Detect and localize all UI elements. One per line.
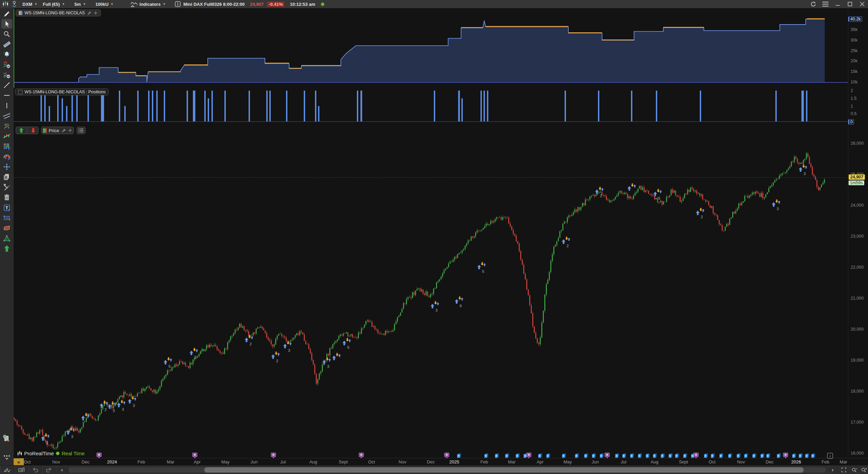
results-pin-icon[interactable]: R bbox=[192, 453, 198, 459]
economic-report-doc-icon[interactable] bbox=[516, 453, 520, 458]
economic-report-doc-icon[interactable] bbox=[484, 453, 489, 458]
economic-report-doc-icon[interactable] bbox=[752, 453, 757, 458]
cursor-icon[interactable] bbox=[1, 19, 12, 29]
scroll-right-button[interactable]: › bbox=[827, 465, 838, 474]
price-panel[interactable]: 3323335322335365225233 Price ProRealTim bbox=[14, 125, 868, 458]
economic-report-doc-icon[interactable] bbox=[719, 453, 724, 458]
line-diagonal-icon[interactable] bbox=[1, 80, 12, 90]
results-pin-icon[interactable]: R bbox=[783, 453, 788, 459]
economic-report-doc-icon[interactable] bbox=[799, 453, 803, 458]
results-pin-icon[interactable]: R bbox=[271, 453, 276, 459]
fullscreen-button[interactable] bbox=[838, 465, 849, 474]
line-vertical-icon[interactable] bbox=[1, 101, 12, 110]
economic-report-doc-icon[interactable] bbox=[546, 453, 551, 458]
ai-auto-icon[interactable]: AI bbox=[1, 70, 12, 80]
economic-report-doc-icon[interactable] bbox=[600, 453, 604, 458]
buy-arrow-button[interactable] bbox=[17, 127, 25, 133]
economic-report-doc-icon[interactable] bbox=[505, 453, 509, 458]
economic-report-doc-icon[interactable] bbox=[766, 453, 771, 458]
gauge-f-icon[interactable]: F bbox=[1, 152, 12, 161]
horizontal-scrollbar-track[interactable] bbox=[68, 467, 826, 473]
economic-report-doc-icon[interactable] bbox=[592, 453, 596, 458]
close-button[interactable] bbox=[859, 1, 865, 7]
economic-report-doc-icon[interactable] bbox=[811, 453, 816, 458]
zoom-out-button[interactable] bbox=[849, 465, 859, 474]
alarm-icon[interactable] bbox=[1, 50, 12, 59]
economic-report-doc-icon[interactable] bbox=[562, 453, 566, 458]
trend-candles-icon[interactable] bbox=[1, 131, 12, 141]
instrument-info-icon[interactable] bbox=[175, 1, 181, 7]
rectangle-icon[interactable] bbox=[1, 213, 12, 223]
price-series-label[interactable]: Price bbox=[41, 127, 74, 134]
line-horizontal-icon[interactable] bbox=[1, 91, 12, 100]
tools-icon[interactable] bbox=[1, 183, 12, 192]
economic-report-doc-icon[interactable] bbox=[615, 453, 619, 458]
settings-wrench-icon[interactable] bbox=[87, 11, 92, 15]
economic-report-doc-icon[interactable] bbox=[675, 453, 679, 458]
economic-report-doc-icon[interactable] bbox=[744, 453, 748, 458]
sync-icon[interactable] bbox=[810, 1, 816, 7]
equity-chart[interactable] bbox=[14, 8, 848, 88]
symbol-selector[interactable]: DXM▼ bbox=[22, 2, 37, 7]
economic-report-doc-icon[interactable] bbox=[728, 453, 732, 458]
indicators-menu[interactable]: Indicators▼ bbox=[130, 1, 166, 7]
chart-link-icon[interactable] bbox=[12, 1, 17, 7]
redo-button[interactable] bbox=[42, 465, 55, 474]
order-list-button[interactable] bbox=[77, 127, 85, 134]
positions-checkbox[interactable] bbox=[18, 90, 22, 94]
zoom-icon[interactable] bbox=[1, 29, 12, 39]
ellipse-icon[interactable] bbox=[1, 223, 12, 233]
price-chart[interactable]: 3323335322335365225233 bbox=[14, 125, 848, 458]
collapse-left-button[interactable]: « bbox=[14, 458, 24, 465]
move-icon[interactable] bbox=[1, 162, 12, 172]
timeframe-selector[interactable]: 5m▼ bbox=[75, 2, 86, 7]
economic-report-doc-icon[interactable] bbox=[638, 453, 642, 458]
economic-report-doc-icon[interactable] bbox=[777, 453, 781, 458]
copy-icon[interactable] bbox=[1, 172, 12, 182]
results-pin-icon[interactable]: R bbox=[605, 453, 610, 459]
economic-report-doc-icon[interactable] bbox=[805, 453, 809, 458]
economic-report-doc-icon[interactable] bbox=[622, 453, 627, 458]
text-icon[interactable]: T bbox=[1, 203, 12, 212]
results-pin-icon[interactable]: R bbox=[694, 453, 699, 459]
pencil-icon[interactable] bbox=[1, 9, 12, 18]
economic-report-doc-icon[interactable] bbox=[653, 453, 657, 458]
ai-trend-icon[interactable]: AI bbox=[1, 60, 12, 69]
add-icon[interactable] bbox=[94, 11, 98, 15]
info-icon[interactable]: i bbox=[827, 453, 833, 459]
economic-report-doc-icon[interactable] bbox=[538, 453, 542, 458]
minimize-button[interactable] bbox=[835, 1, 841, 7]
results-pin-icon[interactable]: R bbox=[444, 453, 449, 459]
trash-icon[interactable] bbox=[1, 193, 12, 202]
drawing-confirm-icon[interactable] bbox=[0, 465, 14, 474]
economic-report-doc-icon[interactable] bbox=[584, 453, 588, 458]
settings-wrench-icon[interactable] bbox=[61, 128, 66, 133]
channel-icon[interactable] bbox=[1, 111, 12, 121]
economic-report-doc-icon[interactable] bbox=[711, 453, 715, 458]
positions-indicator-label[interactable]: WS-15MN-LONG-BE-NICOLAS : Positions bbox=[15, 89, 109, 95]
backtest-badge-icon[interactable]: 1 bbox=[1, 434, 12, 443]
maximize-button[interactable] bbox=[847, 1, 853, 7]
economic-report-doc-icon[interactable] bbox=[495, 453, 499, 458]
economic-report-doc-icon[interactable] bbox=[737, 453, 741, 458]
zoom-in-button[interactable] bbox=[859, 465, 868, 474]
contract-selector[interactable]: Full (€5)▼ bbox=[43, 2, 65, 7]
orders-f-icon[interactable]: F bbox=[1, 142, 12, 151]
ruler-icon[interactable] bbox=[1, 40, 12, 49]
economic-report-doc-icon[interactable] bbox=[760, 453, 765, 458]
arrow-up-icon[interactable] bbox=[1, 244, 12, 253]
menu-icon[interactable] bbox=[822, 1, 828, 7]
time-axis[interactable]: « OctNovDec2024FebMarAprMayJunJulAugSept… bbox=[14, 458, 868, 465]
economic-report-doc-icon[interactable] bbox=[661, 453, 665, 458]
economic-report-doc-icon[interactable] bbox=[457, 453, 461, 458]
triangle-icon[interactable] bbox=[1, 234, 12, 243]
more-dots-icon[interactable] bbox=[1, 452, 12, 462]
economic-report-doc-icon[interactable] bbox=[683, 453, 688, 458]
positions-chart[interactable] bbox=[14, 88, 848, 125]
flip-layout-icon[interactable] bbox=[15, 465, 28, 474]
economic-report-doc-icon[interactable] bbox=[792, 453, 796, 458]
results-pin-icon[interactable]: R bbox=[359, 453, 364, 459]
scroll-left-button[interactable]: ‹ bbox=[56, 465, 68, 474]
results-pin-icon[interactable]: R bbox=[97, 453, 102, 459]
equity-indicator-label[interactable]: WS-15MN-LONG-BE-NICOLAS bbox=[16, 10, 101, 16]
